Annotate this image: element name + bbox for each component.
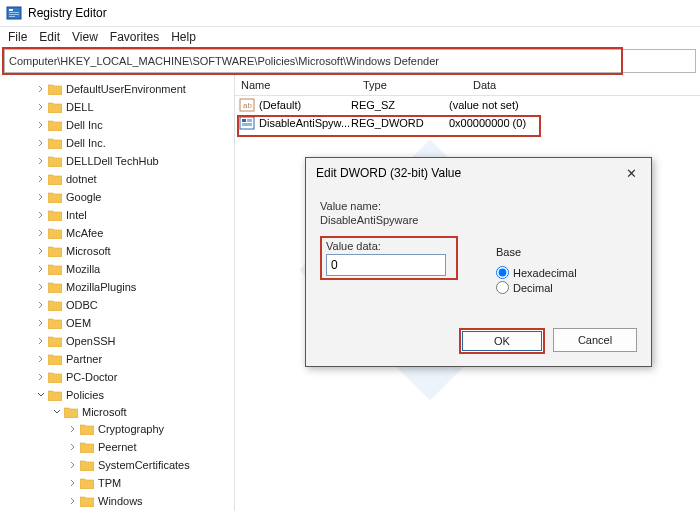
tree-item[interactable]: McAfee: [34, 224, 234, 242]
tree-item-microsoft[interactable]: MicrosoftCryptographyPeernetSystemCertif…: [50, 403, 234, 511]
highlight-value-data: Value data:: [320, 236, 458, 280]
col-data[interactable]: Data: [467, 79, 700, 91]
col-name[interactable]: Name: [235, 79, 357, 91]
chevron-right-icon: [34, 334, 48, 348]
tree-item[interactable]: Partner: [34, 350, 234, 368]
chevron-right-icon: [34, 208, 48, 222]
tree-item[interactable]: OpenSSH: [34, 332, 234, 350]
chevron-right-icon: [34, 172, 48, 186]
titlebar: Registry Editor: [0, 0, 700, 27]
tree-item[interactable]: PC-Doctor: [34, 368, 234, 386]
tree-item[interactable]: Windows: [66, 492, 234, 510]
radio-hexadecimal-label: Hexadecimal: [513, 267, 577, 279]
folder-icon: [80, 423, 94, 435]
chevron-right-icon: [66, 440, 80, 454]
menu-help[interactable]: Help: [171, 30, 196, 44]
tree-item[interactable]: Peernet: [66, 438, 234, 456]
radio-decimal-input[interactable]: [496, 281, 509, 294]
value-type-icon: [239, 115, 255, 131]
tree-item-label: dotnet: [66, 173, 97, 185]
value-type: REG_DWORD: [351, 117, 449, 129]
svg-rect-8: [242, 119, 246, 122]
tree-item[interactable]: ODBC: [34, 296, 234, 314]
menu-view[interactable]: View: [72, 30, 98, 44]
value-name: (Default): [259, 99, 351, 111]
tree-item[interactable]: Google: [34, 188, 234, 206]
tree-item[interactable]: DefaultUserEnvironment: [34, 80, 234, 98]
close-icon[interactable]: ✕: [621, 166, 641, 181]
tree-item-label: Windows: [98, 495, 143, 507]
address-path: Computer\HKEY_LOCAL_MACHINE\SOFTWARE\Pol…: [9, 55, 439, 67]
folder-icon: [48, 389, 62, 401]
list-row[interactable]: ab(Default)REG_SZ(value not set): [235, 96, 700, 114]
folder-icon: [48, 83, 62, 95]
menu-edit[interactable]: Edit: [39, 30, 60, 44]
menubar: File Edit View Favorites Help: [0, 27, 700, 47]
tree-item[interactable]: DELL: [34, 98, 234, 116]
tree-item-label: Microsoft: [82, 406, 127, 418]
tree-item[interactable]: TPM: [66, 474, 234, 492]
menu-favorites[interactable]: Favorites: [110, 30, 159, 44]
tree-item-label: TPM: [98, 477, 121, 489]
tree-item[interactable]: MozillaPlugins: [34, 278, 234, 296]
list-header: Name Type Data: [235, 75, 700, 96]
chevron-right-icon: [34, 352, 48, 366]
chevron-right-icon: [34, 100, 48, 114]
value-data: 0x00000000 (0): [449, 117, 700, 129]
tree-item-label: Cryptography: [98, 423, 164, 435]
edit-dword-dialog: Edit DWORD (32-bit) Value ✕ Value name: …: [305, 157, 652, 367]
folder-icon: [48, 155, 62, 167]
tree-item-label: OpenSSH: [66, 335, 116, 347]
tree-item[interactable]: Cryptography: [66, 420, 234, 438]
tree-pane[interactable]: DefaultUserEnvironmentDELLDell IncDell I…: [0, 75, 235, 511]
tree-item[interactable]: Dell Inc.: [34, 134, 234, 152]
tree-item[interactable]: Intel: [34, 206, 234, 224]
folder-icon: [48, 173, 62, 185]
regedit-icon: [6, 5, 22, 21]
chevron-right-icon: [34, 190, 48, 204]
cancel-button[interactable]: Cancel: [553, 328, 637, 352]
tree-item-policies[interactable]: PoliciesMicrosoftCryptographyPeernetSyst…: [34, 386, 234, 511]
folder-icon: [48, 281, 62, 293]
folder-icon: [80, 459, 94, 471]
tree-item-label: Policies: [66, 389, 104, 401]
radio-hexadecimal-input[interactable]: [496, 266, 509, 279]
col-type[interactable]: Type: [357, 79, 467, 91]
svg-rect-2: [9, 12, 19, 13]
tree-item[interactable]: Dell Inc: [34, 116, 234, 134]
value-data-input[interactable]: [326, 254, 446, 276]
folder-icon: [48, 191, 62, 203]
tree-item[interactable]: dotnet: [34, 170, 234, 188]
folder-icon: [48, 101, 62, 113]
svg-rect-1: [9, 9, 13, 11]
chevron-down-icon: [34, 388, 48, 402]
tree-item-label: McAfee: [66, 227, 103, 239]
chevron-right-icon: [34, 370, 48, 384]
value-type-icon: ab: [239, 97, 255, 113]
tree-item[interactable]: DELLDell TechHub: [34, 152, 234, 170]
tree-item-label: Dell Inc.: [66, 137, 106, 149]
address-bar[interactable]: Computer\HKEY_LOCAL_MACHINE\SOFTWARE\Pol…: [4, 49, 696, 73]
dialog-titlebar: Edit DWORD (32-bit) Value ✕: [306, 158, 651, 188]
tree-item[interactable]: Microsoft: [34, 242, 234, 260]
svg-rect-9: [247, 119, 252, 122]
folder-icon: [64, 406, 78, 418]
chevron-right-icon: [34, 82, 48, 96]
radio-hexadecimal[interactable]: Hexadecimal: [496, 266, 577, 279]
list-row[interactable]: DisableAntiSpyw...REG_DWORD0x00000000 (0…: [235, 114, 700, 132]
ok-button[interactable]: OK: [459, 328, 545, 354]
menu-file[interactable]: File: [8, 30, 27, 44]
radio-decimal[interactable]: Decimal: [496, 281, 577, 294]
chevron-right-icon: [34, 244, 48, 258]
svg-rect-10: [242, 123, 252, 126]
value-data: (value not set): [449, 99, 700, 111]
chevron-right-icon: [34, 226, 48, 240]
chevron-right-icon: [34, 316, 48, 330]
folder-icon: [48, 317, 62, 329]
folder-icon: [48, 335, 62, 347]
tree-item[interactable]: Mozilla: [34, 260, 234, 278]
tree-item[interactable]: OEM: [34, 314, 234, 332]
tree-item[interactable]: SystemCertificates: [66, 456, 234, 474]
folder-icon: [80, 441, 94, 453]
tree-item-label: Partner: [66, 353, 102, 365]
